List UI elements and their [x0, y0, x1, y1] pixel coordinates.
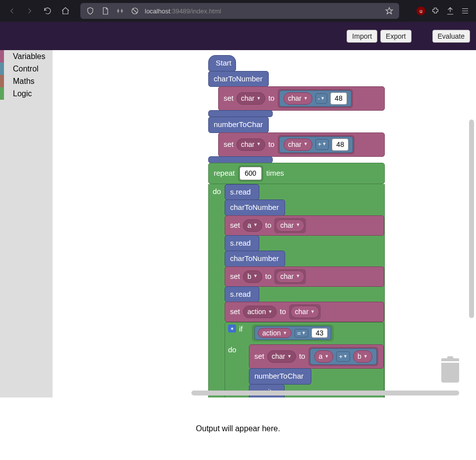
dropdown-icon[interactable]: ▼ — [363, 353, 368, 360]
star-icon[interactable] — [384, 6, 394, 16]
dropdown-icon[interactable]: ▼ — [296, 222, 300, 229]
set-char-block[interactable]: set char▼ to char▼ -▼ 48 — [218, 86, 385, 111]
proc-footer[interactable] — [208, 156, 273, 163]
set-a-block[interactable]: set a▼ to char▼ — [225, 215, 384, 236]
dropdown-icon[interactable]: ▼ — [256, 141, 261, 148]
set-action-block[interactable]: set action▼ to char▼ — [225, 302, 384, 322]
category-maths[interactable]: Maths — [0, 75, 53, 87]
dropdown-icon[interactable]: ▼ — [324, 353, 329, 360]
dropdown-icon[interactable]: ▼ — [310, 309, 315, 316]
page-icon — [100, 6, 110, 16]
shield-icon — [85, 6, 95, 16]
dropdown-icon[interactable]: ▼ — [287, 353, 292, 360]
chartonumber-call[interactable]: charToNumber — [225, 199, 285, 216]
repeat-block[interactable]: repeat 600 times — [208, 163, 385, 184]
proc-footer[interactable] — [208, 110, 273, 117]
set-char-plus[interactable]: set char▼ to a▼ +▼ b▼ — [249, 344, 384, 369]
category-logic[interactable]: Logic — [0, 87, 53, 100]
export-button[interactable]: Export — [380, 30, 411, 43]
app-toolbar: Import Export Evaluate — [0, 22, 476, 50]
permissions-icon — [115, 6, 125, 16]
sread-block[interactable]: s.read — [225, 286, 259, 303]
category-variables[interactable]: Variables — [0, 50, 53, 63]
account-icon[interactable] — [445, 6, 455, 16]
swatch-icon — [0, 50, 4, 63]
tracking-icon — [130, 6, 140, 16]
swatch-icon — [0, 75, 4, 87]
block-stack[interactable]: Start charToNumber set char▼ to char▼ -▼… — [208, 55, 385, 397]
toolbox-sidebar: Variables Control Maths Logic — [0, 50, 53, 397]
sread-block[interactable]: s.read — [225, 235, 259, 252]
dropdown-icon[interactable]: ▼ — [283, 330, 287, 335]
home-button[interactable] — [59, 4, 72, 18]
dropdown-icon[interactable]: ▼ — [301, 330, 306, 335]
dropdown-icon[interactable]: ▼ — [253, 222, 258, 229]
extensions-icon[interactable] — [430, 6, 440, 16]
dropdown-icon[interactable]: ▼ — [256, 95, 261, 102]
numbertochar-call[interactable]: numberToChar — [249, 368, 311, 385]
dropdown-icon[interactable]: ▼ — [303, 95, 308, 102]
swatch-icon — [0, 63, 4, 75]
dropdown-icon[interactable]: ▼ — [253, 273, 258, 280]
number-field[interactable]: 48 — [332, 138, 349, 151]
dropdown-icon[interactable]: ▼ — [343, 353, 348, 360]
menu-icon[interactable] — [460, 6, 470, 16]
do-label: do — [209, 184, 225, 398]
sread-block[interactable]: s.read — [225, 184, 259, 200]
proc-numbertochar[interactable]: numberToChar — [208, 117, 269, 133]
evaluate-button[interactable]: Evaluate — [432, 30, 470, 43]
vertical-scrollbar[interactable] — [469, 120, 474, 318]
number-field[interactable]: 48 — [330, 92, 347, 105]
swatch-icon — [0, 87, 4, 100]
dropdown-icon[interactable]: ▼ — [320, 95, 325, 102]
import-button[interactable]: Import — [347, 30, 377, 43]
gear-icon[interactable]: ✶ — [228, 325, 236, 332]
reload-button[interactable] — [41, 4, 55, 18]
start-block[interactable]: Start — [208, 55, 236, 71]
number-field[interactable]: 600 — [239, 167, 262, 180]
main-area: Variables Control Maths Logic Start char… — [0, 50, 476, 397]
if-block[interactable]: ✶if action▼ =▼ 43 do — [225, 322, 384, 397]
dropdown-icon[interactable]: ▼ — [296, 273, 300, 280]
forward-button[interactable] — [23, 4, 37, 18]
category-control[interactable]: Control — [0, 63, 53, 75]
url-bar[interactable]: localhost:39489/index.html — [80, 3, 399, 19]
output-panel: Output will appear here. — [0, 397, 476, 460]
url-text: localhost:39489/index.html — [145, 7, 379, 15]
number-field[interactable]: 43 — [311, 328, 328, 338]
set-char-block-2[interactable]: set char▼ to char▼ +▼ 48 — [218, 132, 385, 157]
horizontal-scrollbar[interactable] — [191, 391, 459, 395]
back-button[interactable] — [5, 4, 19, 18]
browser-chrome: localhost:39489/index.html u — [0, 0, 476, 22]
dropdown-icon[interactable]: ▼ — [268, 309, 272, 316]
ublock-icon[interactable]: u — [416, 6, 425, 15]
repeat-body[interactable]: do s.read charToNumber set a▼ to char▼ s… — [208, 184, 385, 398]
set-b-block[interactable]: set b▼ to char▼ — [225, 266, 384, 287]
chartonumber-call[interactable]: charToNumber — [225, 251, 285, 267]
dropdown-icon[interactable]: ▼ — [303, 141, 308, 148]
proc-chartonumber[interactable]: charToNumber — [208, 71, 269, 87]
workspace[interactable]: Start charToNumber set char▼ to char▼ -▼… — [53, 50, 476, 397]
dropdown-icon[interactable]: ▼ — [322, 141, 326, 148]
trash-icon[interactable] — [441, 358, 459, 383]
